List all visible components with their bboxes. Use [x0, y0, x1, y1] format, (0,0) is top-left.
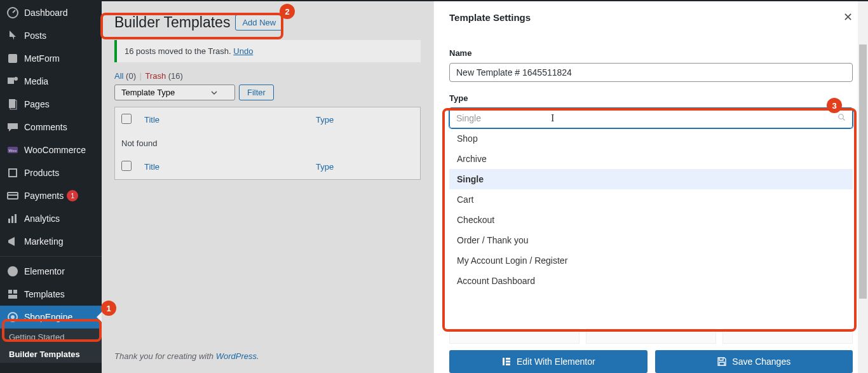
dashboard-icon [6, 6, 19, 19]
scrollbar-thumb[interactable] [859, 44, 867, 299]
save-changes-button[interactable]: Save Changes [655, 350, 853, 373]
dropdown-option-single[interactable]: Single [449, 169, 853, 189]
edit-elementor-button[interactable]: Edit With Elementor [449, 350, 648, 373]
notice-text: 16 posts moved to the Trash. [125, 46, 231, 56]
template-thumbnails [434, 329, 868, 344]
sidebar-label: WooCommerce [24, 145, 86, 155]
sidebar-item-analytics[interactable]: Analytics [0, 207, 102, 230]
pin-icon [6, 29, 19, 42]
select-all-checkbox[interactable] [121, 114, 132, 124]
name-label: Name [449, 48, 853, 58]
text-cursor-icon: I [551, 112, 554, 124]
svg-rect-1 [8, 54, 17, 63]
metform-icon [6, 52, 19, 65]
filter-all-link[interactable]: All [114, 71, 123, 81]
sidebar-item-pages[interactable]: Pages [0, 93, 102, 116]
sidebar-item-templates[interactable]: Templates [0, 283, 102, 306]
sidebar-label: Marketing [24, 236, 63, 247]
dropdown-option-account-login[interactable]: My Account Login / Register [449, 250, 853, 271]
filter-button[interactable]: Filter [239, 85, 274, 100]
list-filter-links: All (0) | Trash (16) [114, 71, 421, 81]
sidebar-item-elementor[interactable]: Elementor [0, 260, 102, 283]
dropdown-option-archive[interactable]: Archive [449, 149, 853, 169]
add-new-button[interactable]: Add New [235, 15, 283, 31]
svg-text:Woo: Woo [9, 149, 17, 153]
elementor-icon [6, 265, 19, 278]
chevron-down-icon [210, 89, 218, 97]
filter-trash-link[interactable]: Trash [145, 71, 166, 81]
submenu-builder-templates[interactable]: Builder Templates [0, 346, 102, 363]
admin-sidebar: Dashboard Posts MetForm Media Pages Comm… [0, 1, 102, 373]
templates-icon [6, 288, 19, 301]
sidebar-item-marketing[interactable]: Marketing [0, 230, 102, 253]
sidebar-label: Analytics [24, 214, 60, 224]
sidebar-item-media[interactable]: Media [0, 70, 102, 93]
sidebar-label: Products [24, 168, 59, 178]
sidebar-item-comments[interactable]: Comments [0, 116, 102, 139]
dropdown-option-shop[interactable]: Shop [449, 128, 853, 149]
svg-rect-15 [8, 290, 12, 294]
elementor-edit-icon [501, 356, 512, 367]
sidebar-item-shopengine[interactable]: ShopEngine [0, 306, 102, 329]
thumbnail-card[interactable] [449, 329, 580, 344]
shopengine-icon [6, 311, 19, 323]
sidebar-label: MetForm [24, 53, 60, 64]
template-name-input[interactable] [449, 63, 853, 82]
table-row: Not found [115, 132, 421, 154]
sidebar-label: Payments [24, 191, 64, 201]
sidebar-item-woocommerce[interactable]: Woo WooCommerce [0, 139, 102, 161]
svg-rect-25 [506, 363, 510, 365]
wordpress-link[interactable]: WordPress [216, 351, 257, 361]
scrollbar-track[interactable] [858, 1, 868, 373]
search-icon [838, 114, 846, 123]
notification-badge: 1 [67, 190, 78, 201]
main-content: Builder Templates Add New 16 posts moved… [102, 1, 433, 373]
dropdown-option-order[interactable]: Order / Thank you [449, 230, 853, 250]
woo-icon: Woo [6, 144, 19, 156]
admin-notice: 16 posts moved to the Trash. Undo [114, 40, 421, 62]
annotation-2: 2 [280, 4, 295, 19]
svg-point-20 [839, 114, 844, 119]
sidebar-label: ShopEngine [24, 312, 72, 322]
close-icon[interactable]: ✕ [843, 10, 853, 24]
page-title: Builder Templates [114, 14, 230, 31]
column-title[interactable]: Title [138, 107, 309, 133]
select-all-checkbox-footer[interactable] [121, 161, 132, 171]
column-type-footer[interactable]: Type [309, 154, 421, 180]
dropdown-option-checkout[interactable]: Checkout [449, 210, 853, 230]
sidebar-label: Media [24, 76, 48, 86]
thumbnail-card[interactable] [586, 329, 716, 344]
column-title-footer[interactable]: Title [138, 154, 309, 180]
sidebar-label: Comments [24, 122, 67, 132]
template-type-select[interactable]: Template Type [114, 85, 235, 100]
svg-rect-24 [506, 361, 510, 363]
type-dropdown: Shop Archive Single Cart Checkout Order … [449, 128, 853, 291]
sidebar-label: Templates [24, 289, 65, 299]
svg-rect-11 [8, 219, 10, 223]
sidebar-item-payments[interactable]: Payments 1 [0, 184, 102, 207]
comment-icon [6, 121, 19, 133]
media-icon [6, 75, 19, 88]
undo-link[interactable]: Undo [233, 46, 253, 56]
column-type[interactable]: Type [309, 107, 421, 133]
svg-rect-17 [8, 295, 17, 299]
thumbnail-card[interactable] [722, 329, 853, 344]
dropdown-option-account-dashboard[interactable]: Account Dashboard [449, 271, 853, 291]
sidebar-item-metform[interactable]: MetForm [0, 47, 102, 70]
annotation-3: 3 [827, 98, 842, 113]
svg-rect-22 [503, 358, 505, 365]
type-label: Type [449, 93, 853, 103]
megaphone-icon [6, 235, 19, 248]
sidebar-item-posts[interactable]: Posts [0, 24, 102, 47]
sidebar-item-products[interactable]: Products [0, 161, 102, 184]
svg-rect-2 [8, 78, 14, 84]
svg-rect-16 [13, 290, 17, 294]
sidebar-item-dashboard[interactable]: Dashboard [0, 1, 102, 24]
sidebar-label: Dashboard [24, 8, 68, 18]
dropdown-option-cart[interactable]: Cart [449, 189, 853, 210]
svg-point-19 [11, 315, 15, 319]
type-search-input[interactable]: SingleI [449, 108, 853, 128]
filter-all-count: (0) [126, 71, 136, 81]
svg-rect-13 [15, 214, 17, 223]
submenu-getting-started[interactable]: Getting Started [0, 329, 102, 346]
